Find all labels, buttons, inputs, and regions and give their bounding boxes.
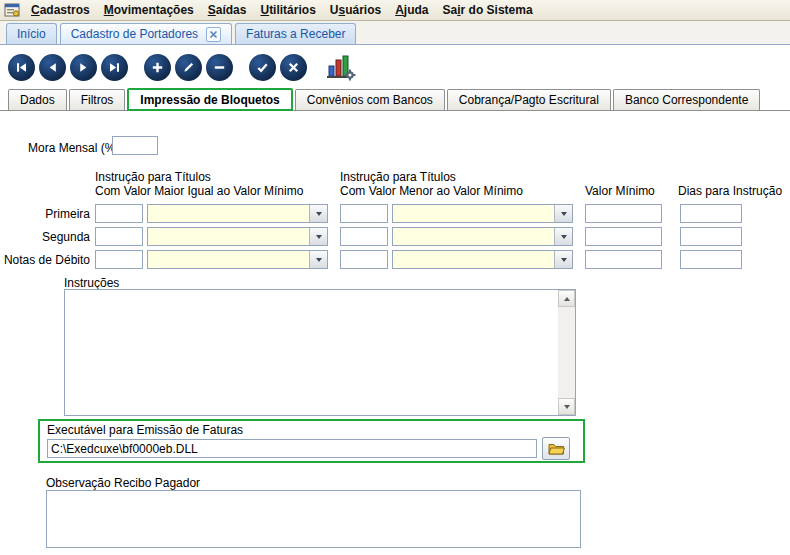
menu-usuarios[interactable]: Usuários bbox=[323, 3, 388, 17]
chevron-down-icon[interactable] bbox=[309, 251, 327, 268]
last-record-button[interactable] bbox=[101, 54, 128, 81]
menu-utilitarios[interactable]: Utilitários bbox=[253, 3, 322, 17]
subtab-filtros[interactable]: Filtros bbox=[69, 89, 126, 110]
valor-minimo-header: Valor Mínimo bbox=[585, 184, 655, 198]
instrucao-maior-header-line2: Com Valor Maior Igual ao Valor Mínimo bbox=[95, 184, 303, 198]
segunda-valor-menor-combo[interactable] bbox=[392, 227, 573, 246]
primeira-valor-minimo-input[interactable] bbox=[585, 204, 662, 223]
app-icon bbox=[4, 2, 21, 18]
mora-mensal-label: Mora Mensal (%) bbox=[28, 141, 119, 155]
scroll-up-icon[interactable] bbox=[558, 290, 575, 307]
previous-record-button[interactable] bbox=[39, 54, 66, 81]
edit-record-button[interactable] bbox=[175, 54, 202, 81]
subtab-impressao-de-bloquetos[interactable]: Impressão de Bloquetos bbox=[127, 88, 292, 111]
observacao-recibo-pagador-label: Observação Recibo Pagador bbox=[46, 476, 200, 490]
menu-saidas[interactable]: Saídas bbox=[201, 3, 254, 17]
segunda-valor-minimo-input[interactable] bbox=[585, 227, 662, 246]
chevron-down-icon[interactable] bbox=[554, 251, 572, 268]
chevron-down-icon[interactable] bbox=[309, 205, 327, 222]
bar-chart-gear-icon bbox=[326, 53, 356, 81]
vertical-scrollbar[interactable] bbox=[558, 290, 575, 415]
segunda-valor-maior-combo[interactable] bbox=[147, 227, 328, 246]
first-record-button[interactable] bbox=[8, 54, 35, 81]
chevron-down-icon[interactable] bbox=[309, 228, 327, 245]
browse-file-button[interactable] bbox=[542, 437, 570, 460]
delete-record-button[interactable] bbox=[206, 54, 233, 81]
chevron-down-icon[interactable] bbox=[554, 205, 572, 222]
mora-mensal-input[interactable] bbox=[112, 136, 158, 155]
primeira-valor-maior-codigo-input[interactable] bbox=[95, 204, 143, 223]
tab-label: Início bbox=[17, 27, 46, 41]
segunda-label: Segunda bbox=[0, 230, 90, 244]
instrucao-menor-header-line2: Com Valor Menor ao Valor Mínimo bbox=[340, 184, 523, 198]
tab-inicio[interactable]: Início bbox=[6, 23, 57, 44]
notas-debito-valor-menor-combo[interactable] bbox=[392, 250, 573, 269]
notas-debito-valor-maior-combo[interactable] bbox=[147, 250, 328, 269]
toolbar bbox=[0, 45, 790, 89]
menu-cadastros[interactable]: Cadastros bbox=[24, 3, 97, 17]
tab-faturas-a-receber[interactable]: Faturas a Receber bbox=[235, 23, 356, 44]
app-window: Cadastros Movimentações Saídas Utilitári… bbox=[0, 0, 790, 555]
subtab-banco-correspondente[interactable]: Banco Correspondente bbox=[613, 89, 760, 110]
scroll-down-icon[interactable] bbox=[558, 398, 575, 415]
menu-movimentacoes[interactable]: Movimentações bbox=[97, 3, 201, 17]
tab-label: Cadastro de Portadores bbox=[71, 27, 198, 41]
folder-icon bbox=[548, 442, 565, 455]
executavel-path-input[interactable] bbox=[47, 439, 537, 458]
next-record-button[interactable] bbox=[70, 54, 97, 81]
insert-record-button[interactable] bbox=[144, 54, 171, 81]
subtab-bar: Dados Filtros Impressão de Bloquetos Con… bbox=[0, 89, 790, 111]
observacao-recibo-pagador-textarea[interactable] bbox=[46, 490, 581, 548]
primeira-valor-menor-combo[interactable] bbox=[392, 204, 573, 223]
menu-sair-do-sistema[interactable]: Sair do Sistema bbox=[436, 3, 540, 17]
notas-debito-valor-minimo-input[interactable] bbox=[585, 250, 662, 269]
confirm-button[interactable] bbox=[249, 54, 276, 81]
tab-cadastro-de-portadores[interactable]: Cadastro de Portadores bbox=[60, 23, 232, 44]
notas-debito-valor-menor-codigo-input[interactable] bbox=[340, 250, 388, 269]
instrucoes-label: Instruções bbox=[64, 276, 119, 290]
menu-ajuda[interactable]: Ajuda bbox=[388, 3, 435, 17]
primeira-valor-menor-codigo-input[interactable] bbox=[340, 204, 388, 223]
subtab-convenios-com-bancos[interactable]: Convênios com Bancos bbox=[295, 89, 445, 110]
notas-debito-valor-maior-codigo-input[interactable] bbox=[95, 250, 143, 269]
subtab-cobranca-pagto-escritural[interactable]: Cobrança/Pagto Escritural bbox=[447, 89, 611, 110]
primeira-label: Primeira bbox=[0, 207, 90, 221]
segunda-dias-instrucao-input[interactable] bbox=[680, 227, 742, 246]
close-icon[interactable] bbox=[206, 27, 221, 42]
instrucao-menor-header-line1: Instrução para Títulos bbox=[340, 170, 456, 184]
dias-para-instrucao-header: Dias para Instrução bbox=[678, 184, 782, 198]
tab-label: Faturas a Receber bbox=[246, 27, 345, 41]
notas-de-debito-label: Notas de Débito bbox=[0, 253, 90, 267]
segunda-valor-maior-codigo-input[interactable] bbox=[95, 227, 143, 246]
notas-debito-dias-instrucao-input[interactable] bbox=[680, 250, 742, 269]
menu-bar: Cadastros Movimentações Saídas Utilitári… bbox=[0, 0, 790, 21]
subtab-dados[interactable]: Dados bbox=[8, 89, 67, 110]
instrucao-maior-header-line1: Instrução para Títulos bbox=[95, 170, 211, 184]
tab-bar: Início Cadastro de Portadores Faturas a … bbox=[0, 21, 790, 45]
chevron-down-icon[interactable] bbox=[554, 228, 572, 245]
segunda-valor-menor-codigo-input[interactable] bbox=[340, 227, 388, 246]
primeira-dias-instrucao-input[interactable] bbox=[680, 204, 742, 223]
instrucoes-textarea[interactable] bbox=[64, 289, 576, 416]
executavel-group: Executável para Emissão de Faturas bbox=[38, 419, 585, 463]
executavel-group-label: Executável para Emissão de Faturas bbox=[47, 423, 243, 437]
chart-report-button[interactable] bbox=[323, 51, 359, 83]
primeira-valor-maior-combo[interactable] bbox=[147, 204, 328, 223]
cancel-button[interactable] bbox=[280, 54, 307, 81]
